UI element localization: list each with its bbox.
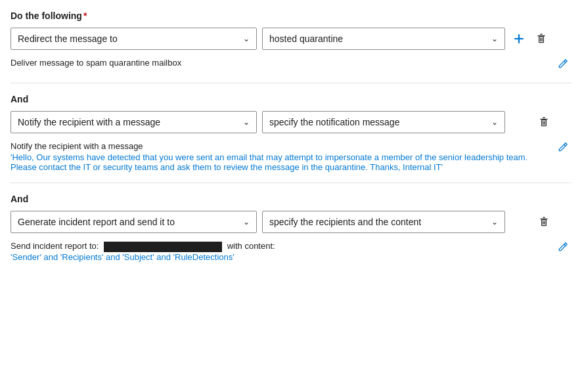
pencil-icon-1 — [557, 58, 569, 70]
do-the-following-section: Do the following* Redirect the message t… — [11, 11, 571, 262]
quarantine-type-label: hosted quarantine — [269, 33, 343, 44]
edit-action-2-button[interactable] — [554, 139, 571, 156]
svg-line-13 — [564, 144, 566, 146]
action-1-description-content: Deliver message to spam quarantine mailb… — [11, 55, 554, 69]
separator-1 — [11, 83, 571, 83]
action-1-description-text: Deliver message to spam quarantine mailb… — [11, 58, 554, 68]
pencil-icon-2 — [557, 141, 569, 153]
svg-rect-8 — [542, 120, 547, 126]
action-2-description-main: Notify the recipient with a message — [11, 141, 554, 151]
send-report-prefix: Send incident report to: with content: — [11, 241, 275, 252]
notify-dropdown-label: Notify the recipient with a message — [18, 117, 160, 127]
action-2-description-block: Notify the recipient with a message 'Hel… — [11, 139, 571, 172]
delete-action-3-button[interactable] — [535, 213, 552, 230]
action-3-description-content: Send incident report to: with content: '… — [11, 238, 554, 262]
separator-2 — [11, 183, 571, 183]
redirect-dropdown-chevron-icon: ⌄ — [243, 34, 250, 43]
send-report-label: Send incident report to: — [11, 241, 99, 251]
action-row-2: Notify the recipient with a message ⌄ sp… — [11, 111, 571, 133]
redirect-dropdown-label: Redirect the message to — [18, 33, 118, 44]
incident-report-chevron-icon: ⌄ — [243, 217, 250, 227]
action-2-description-content: Notify the recipient with a message 'Hel… — [11, 139, 554, 172]
notification-message-dropdown[interactable]: specify the notification message ⌄ — [262, 111, 505, 133]
svg-rect-14 — [542, 220, 547, 226]
notify-dropdown-chevron-icon: ⌄ — [243, 118, 250, 127]
svg-rect-2 — [539, 37, 544, 43]
quarantine-type-chevron-icon: ⌄ — [491, 34, 498, 43]
incident-report-dropdown[interactable]: Generate incident report and send it to … — [11, 211, 257, 233]
recipients-content-dropdown[interactable]: specify the recipients and the content ⌄ — [262, 211, 505, 233]
svg-line-19 — [564, 244, 566, 246]
and-label-2: And — [11, 94, 571, 104]
edit-action-3-button[interactable] — [554, 238, 571, 255]
trash-icon — [535, 33, 547, 45]
action-row-3: Generate incident report and send it to … — [11, 211, 571, 233]
recipients-content-label: specify the recipients and the content — [269, 217, 421, 227]
notify-dropdown[interactable]: Notify the recipient with a message ⌄ — [11, 111, 257, 133]
delete-action-1-button[interactable] — [533, 30, 550, 47]
trash-icon-3 — [538, 216, 550, 228]
redirect-dropdown[interactable]: Redirect the message to ⌄ — [11, 28, 257, 50]
notification-message-chevron-icon: ⌄ — [491, 118, 498, 127]
action-3-description-sub: 'Sender' and 'Recipients' and 'Subject' … — [11, 252, 554, 262]
incident-report-dropdown-label: Generate incident report and send it to — [18, 217, 175, 227]
section-title: Do the following* — [11, 11, 571, 21]
action-block-2: And Notify the recipient with a message … — [11, 94, 571, 172]
send-report-row: Send incident report to: with content: — [11, 241, 554, 252]
notification-message-label: specify the notification message — [269, 117, 399, 127]
action-1-description-block: Deliver message to spam quarantine mailb… — [11, 55, 571, 72]
action-row-1: Redirect the message to ⌄ hosted quarant… — [11, 28, 571, 50]
delete-action-2-button[interactable] — [535, 114, 552, 131]
send-report-suffix: with content: — [227, 241, 275, 251]
action-2-description-sub: 'Hello, Our systems have detected that y… — [11, 152, 554, 172]
edit-action-1-button[interactable] — [554, 55, 571, 72]
action-3-description-block: Send incident report to: with content: '… — [11, 238, 571, 262]
plus-icon — [513, 33, 525, 45]
action-block-1: Redirect the message to ⌄ hosted quarant… — [11, 28, 571, 72]
quarantine-type-dropdown[interactable]: hosted quarantine ⌄ — [262, 28, 505, 50]
pencil-icon-3 — [557, 241, 569, 253]
add-action-button[interactable] — [510, 30, 527, 47]
redacted-email-box — [104, 242, 222, 252]
action-block-3: And Generate incident report and send it… — [11, 194, 571, 262]
trash-icon-2 — [538, 116, 550, 128]
required-indicator: * — [83, 11, 87, 21]
svg-line-7 — [564, 61, 566, 62]
recipients-content-chevron-icon: ⌄ — [491, 217, 498, 227]
title-text: Do the following — [11, 11, 82, 21]
and-label-3: And — [11, 194, 571, 204]
